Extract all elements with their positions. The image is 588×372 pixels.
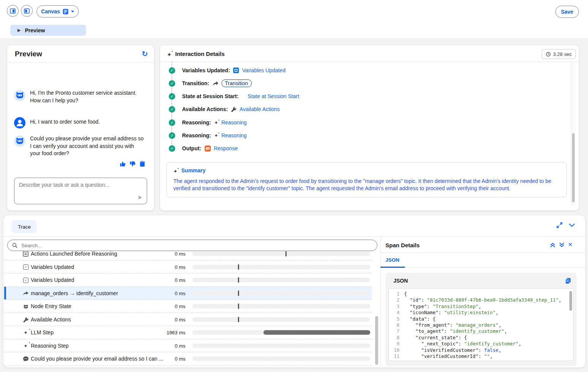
json-tab-label: JSON	[385, 257, 399, 263]
duration-badge-label: 3.28 sec	[553, 51, 572, 57]
toggle-right-panel-button[interactable]	[21, 5, 33, 17]
bot-icon	[14, 90, 25, 101]
close-icon[interactable]: ✕	[568, 241, 573, 248]
tab-json[interactable]: JSON	[380, 253, 405, 268]
summary-title: Summary	[181, 167, 206, 173]
scrollbar-thumb[interactable]	[572, 133, 575, 202]
llm-sparkle-icon: ✦	[22, 329, 29, 336]
json-card-title: JSON	[393, 278, 408, 284]
scrollbar-track[interactable]	[571, 62, 575, 206]
canvas-dropdown-button[interactable]: Canvas	[36, 5, 79, 17]
top-toolbar: Canvas Save	[0, 0, 588, 22]
tab-trace[interactable]: Trace	[12, 220, 37, 233]
chat-bubble-icon	[22, 356, 29, 362]
response-link[interactable]: Response	[214, 145, 238, 151]
trace-row-node-entry-state[interactable]: Node Entry State 0 ms	[4, 300, 372, 313]
reasoning-sparkle-icon: ✦	[214, 120, 218, 125]
toggle-left-panel-button[interactable]	[7, 5, 19, 17]
bot-icon	[22, 303, 29, 310]
copy-json-icon[interactable]	[565, 278, 571, 284]
refresh-icon[interactable]: ↻	[142, 49, 148, 58]
bot-icon	[14, 135, 25, 147]
run-preview-button[interactable]: ▶ Preview	[10, 25, 86, 36]
transition-arrow-icon	[22, 290, 29, 297]
json-line: 11 "verifiedCustomerId": "",	[390, 353, 573, 359]
expand-panel-icon[interactable]	[556, 222, 563, 229]
search-icon	[12, 243, 17, 248]
divider	[160, 62, 579, 62]
agent-builder-page: Canvas Save ▶ Preview Preview ↻ Hi, I'm …	[0, 0, 588, 372]
trace-row-list: Actions Launched Before Reasoning 0 ms x…	[4, 251, 372, 366]
reasoning-sparkle-icon: ✦	[214, 133, 218, 138]
einstein-sparkle-icon: ✦	[167, 51, 172, 58]
variables-updated-link[interactable]: Variables Updated	[242, 67, 285, 73]
json-line: 2 "id": "81c7033d-889f-47b6-bea9-1bdd3af…	[390, 297, 573, 303]
timeline-step-label: State at Session Start:	[182, 93, 239, 99]
json-line: 7 "to_agent": "identify_customer",	[390, 328, 573, 334]
collapse-chevron-down-icon[interactable]	[569, 223, 575, 227]
trace-row-reasoning-step[interactable]: ✦ Reasoning Step 0 ms	[4, 339, 372, 353]
thumbs-up-icon[interactable]	[120, 161, 126, 167]
double-chevron-up-icon[interactable]	[550, 242, 556, 248]
save-button[interactable]: Save	[555, 6, 579, 18]
timeline-step-available-actions: ✓ Available Actions: Available Actions	[169, 105, 280, 113]
timeline-step-reasoning: ✓ Reasoning: ✦ Reasoning	[169, 131, 247, 140]
trace-row-transition-selected[interactable]: manage_orders → identify_customer 0 ms	[4, 287, 372, 300]
timeline-step-variables-updated: ✓ Variables Updated: Variables Updated	[169, 66, 285, 75]
timeline-step-label: Variables Updated:	[182, 67, 230, 73]
copy-to-clipboard-icon[interactable]	[139, 161, 145, 167]
success-check-icon: ✓	[169, 145, 175, 152]
chat-input[interactable]	[18, 181, 134, 202]
transition-badge[interactable]: Transition	[222, 79, 252, 87]
summary-sparkle-icon: ✦	[173, 169, 178, 174]
trace-row-variables-updated[interactable]: x Variables Updated 0 ms	[4, 273, 372, 287]
preview-button-label: Preview	[25, 27, 45, 33]
preview-panel-title: Preview	[15, 50, 42, 58]
reasoning-link[interactable]: Reasoning	[221, 132, 247, 138]
play-icon: ▶	[17, 28, 21, 33]
json-code-box[interactable]: 1{2 "id": "81c7033d-889f-47b6-bea9-1bdd3…	[388, 288, 574, 361]
reasoning-sparkle-icon: ✦	[22, 343, 29, 349]
chat-message-bot: Could you please provide your email addr…	[30, 135, 145, 157]
scrollbar-thumb[interactable]	[569, 291, 572, 311]
document-list-icon	[63, 9, 68, 14]
interaction-details-title: Interaction Details	[175, 51, 225, 57]
available-actions-link[interactable]: Available Actions	[239, 106, 280, 112]
panel-left-icon	[24, 8, 30, 14]
reasoning-link[interactable]: Reasoning	[221, 119, 247, 126]
trace-row-available-actions[interactable]: Available Actions 0 ms	[4, 313, 372, 326]
preview-launcher-bar: ▶ Preview	[0, 22, 588, 39]
user-avatar	[14, 117, 25, 129]
timeline-step-label: Reasoning:	[182, 119, 211, 126]
trace-row-llm-step[interactable]: ✦ LLM Step 1963 ms	[4, 326, 372, 339]
divider	[3, 236, 585, 237]
trace-panel: Trace Actions Launched Before Reasoning …	[3, 215, 586, 368]
gantt-track	[192, 291, 370, 296]
variables-icon	[233, 67, 239, 73]
actions-launched-icon	[22, 251, 29, 257]
trace-search-container	[7, 240, 377, 251]
trace-row-actions-launched[interactable]: Actions Launched Before Reasoning 0 ms	[4, 251, 372, 261]
panel-right-icon	[10, 8, 16, 14]
send-icon[interactable]: ➤	[137, 194, 142, 201]
gantt-tick	[285, 251, 287, 256]
timeline-step-transition: ✓ Transition: Transition	[169, 79, 252, 87]
thumbs-down-icon[interactable]	[130, 161, 136, 167]
timeline-step-label: Output:	[182, 145, 201, 151]
json-line: 1{	[390, 291, 573, 297]
scrollbar-thumb[interactable]	[375, 316, 378, 365]
trace-search-input[interactable]	[21, 242, 364, 249]
gantt-tick	[238, 317, 239, 322]
json-card: JSON 1{2 "id": "81c7033d-889f-47b6-bea9-…	[385, 273, 577, 366]
state-at-session-start-link[interactable]: State at Session Start	[248, 93, 299, 99]
success-check-icon: ✓	[169, 132, 175, 139]
trace-row-agent-message[interactable]: Could you please provide your email addr…	[4, 352, 372, 366]
json-line: 5 "data": {	[390, 316, 573, 322]
gantt-track	[192, 278, 370, 282]
success-check-icon: ✓	[169, 67, 175, 74]
save-label: Save	[561, 9, 574, 15]
gantt-track	[192, 251, 370, 256]
trace-row-variables-updated[interactable]: x Variables Updated 0 ms	[4, 261, 372, 274]
timeline-step-reasoning: ✓ Reasoning: ✦ Reasoning	[169, 118, 247, 127]
double-chevron-down-icon[interactable]	[559, 242, 565, 248]
